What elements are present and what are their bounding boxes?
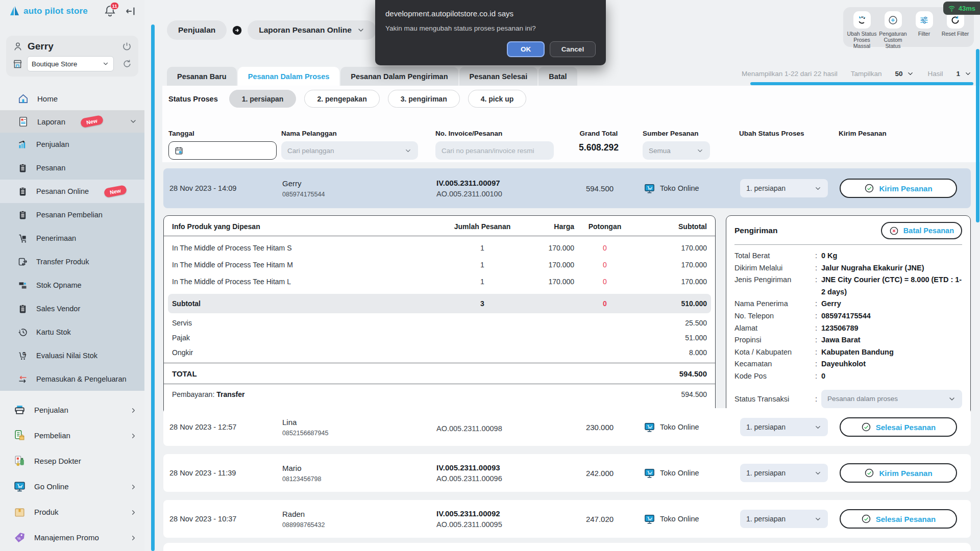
info-value: Jalur Nugraha Ekakurir (JNE) <box>821 262 962 274</box>
status-proses-select[interactable]: 1. persiapan <box>740 179 828 197</box>
info-value: Gerry <box>821 298 962 310</box>
sidebar-subitem[interactable]: Sales Vendor <box>0 297 144 320</box>
order-action-button[interactable]: Kirim Pesanan <box>840 463 957 483</box>
store-select[interactable]: Boutique Store <box>27 56 114 71</box>
breadcrumb-penjualan[interactable]: Penjualan <box>167 20 227 40</box>
toolbar-action-button[interactable]: Filter <box>909 11 940 37</box>
logo-text: auto pilot store <box>23 6 88 16</box>
sidebar-subitem[interactable]: Penerimaan <box>0 227 144 250</box>
status-proses-select[interactable]: 1. persiapan <box>740 418 828 436</box>
sidebar-subitem[interactable]: Pesanan <box>0 156 144 180</box>
status-proses-pill[interactable]: 4. pick up <box>468 90 527 108</box>
notifications-button[interactable]: 11 <box>104 5 117 18</box>
left-scrollbar[interactable] <box>151 24 155 551</box>
sidebar-subitem[interactable]: Pesanan Pembelian <box>0 203 144 227</box>
refresh-store-button[interactable] <box>122 59 132 69</box>
payment-row: Pembayaran: Transfer 594.500 <box>164 384 715 405</box>
toolbar-action-label: Reset Filter <box>942 31 969 37</box>
menu-item-icon <box>17 210 28 220</box>
sidebar-item[interactable]: Go Online <box>0 473 144 499</box>
order-action-button[interactable]: Selesai Pesanan <box>840 417 957 437</box>
sidebar-subitem[interactable]: Transfer Produk <box>0 250 144 273</box>
sidebar-item[interactable]: Pembelian <box>0 422 144 448</box>
order-tab[interactable]: Batal <box>538 67 577 86</box>
status-proses-pill[interactable]: 1. persiapan <box>229 90 297 108</box>
page-select[interactable]: 1 <box>956 70 972 78</box>
product-subtotal: 170.000 <box>635 261 707 269</box>
breadcrumb-laporan-pesanan-online[interactable]: Laporan Pesanan Online <box>248 20 376 40</box>
sidebar-subitem[interactable]: Kartu Stok <box>0 320 144 344</box>
order-tab[interactable]: Pesanan Selesai <box>459 67 538 86</box>
horizontal-scrollbar[interactable] <box>750 82 973 85</box>
shipping-info-row: Alamat : 123506789 <box>734 322 962 335</box>
col-price: Harga <box>516 222 574 231</box>
sidebar-item[interactable]: Produk <box>0 499 144 524</box>
invoice-search-input[interactable] <box>435 141 554 160</box>
order-detail: Info Produk yang Dipesan Jumlah Pesanan … <box>163 215 971 416</box>
menu-item-icon <box>17 304 28 314</box>
shipping-panel: Pengiriman Batal Pesanan Total Berat : 0… <box>726 215 971 416</box>
sidebar-item-home[interactable]: Home <box>0 87 144 110</box>
sidebar-item[interactable]: Penjualan <box>0 397 144 422</box>
sumber-pesanan-select[interactable]: Semua <box>643 141 710 160</box>
order-action-button[interactable]: Selesai Pesanan <box>840 509 957 529</box>
info-label: Alamat <box>734 322 815 335</box>
order-row[interactable]: 28 Nov 2023 - 11:39 Mario 08123456798 IV… <box>163 454 971 492</box>
cari-pelanggan-select[interactable]: Cari pelanggan <box>281 141 418 160</box>
tanggal-date-input[interactable] <box>168 141 277 160</box>
status-proses-pill[interactable]: 3. pengiriman <box>388 90 460 108</box>
kirim-pesanan-button[interactable]: Kirim Pesanan <box>840 179 957 198</box>
status-proses-pill[interactable]: 2. pengepakan <box>304 90 379 108</box>
cancel-button[interactable]: Cancel <box>550 41 596 57</box>
collapse-sidebar-button[interactable] <box>125 6 136 17</box>
chevron-down-icon <box>814 515 822 523</box>
tab-label: Pesanan Dalam Proses <box>248 72 330 81</box>
ok-button[interactable]: OK <box>507 41 545 57</box>
menu-item-icon <box>17 257 28 267</box>
calendar-icon <box>174 146 184 156</box>
page-size-select[interactable]: 50 <box>895 70 914 78</box>
online-store-icon <box>644 183 655 194</box>
ubah-status-label: Ubah Status Proses <box>739 130 839 137</box>
sidebar-subitem[interactable]: Pesanan Online New <box>0 180 144 203</box>
order-row[interactable]: 28 Nov 2023 - 12:57 Lina 0852156687945 A… <box>163 408 971 446</box>
pill-label: 1. persiapan <box>242 95 284 103</box>
sidebar-subitem[interactable]: Pemasukan & Pengeluaran <box>0 367 144 391</box>
info-label: Dikirim Melalui <box>734 262 815 274</box>
info-value: JNE City Courier (CTC) = 8.000 (ETD : 1-… <box>821 274 962 298</box>
status-proses-select[interactable]: 1. persiapan <box>740 510 828 528</box>
source-label: Toko Online <box>660 184 699 192</box>
shipping-info-row: Dikirim Melalui : Jalur Nugraha Ekakurir… <box>734 262 962 274</box>
sidebar-item-laporan[interactable]: Laporan New <box>0 110 144 133</box>
chevron-down-icon <box>404 147 412 155</box>
toolbar-action-button[interactable]: Pengaturan Custom Status <box>877 11 909 49</box>
order-row[interactable]: 28 Nov 2023 - 10:37 Raden 088998765432 I… <box>163 500 971 538</box>
sidebar-item[interactable]: Resep Dokter <box>0 448 144 473</box>
sidebar-subitem[interactable]: Evaluasi Nilai Stok <box>0 344 144 367</box>
sidebar-subitem[interactable]: Stok Opname <box>0 273 144 297</box>
toolbar-action-button[interactable]: Reset Filter <box>940 11 971 37</box>
chevron-down-icon <box>814 185 822 192</box>
fee-value: 8.000 <box>689 348 707 357</box>
status-proses-select[interactable]: 1. persiapan <box>740 464 828 482</box>
fee-value: 51.000 <box>685 334 707 342</box>
logout-button[interactable] <box>121 41 132 52</box>
toolbar-action-button[interactable]: Ubah Status Proses Massal <box>846 11 877 49</box>
batal-pesanan-button[interactable]: Batal Pesanan <box>881 222 962 239</box>
sumber-pesanan-label: Sumber Pesanan <box>643 130 739 137</box>
menu-item-icon <box>17 280 28 291</box>
order-tab[interactable]: Pesanan Dalam Proses <box>238 67 340 86</box>
right-scrollbar[interactable] <box>976 49 979 222</box>
sidebar-item[interactable]: Manajemen Promo <box>0 524 144 550</box>
order-date: 28 Nov 2023 - 11:39 <box>163 469 282 477</box>
sidebar-item-label: Sales Vendor <box>36 305 80 313</box>
order-source: Toko Online <box>644 421 740 433</box>
order-tab[interactable]: Pesanan Dalam Pengiriman <box>340 67 458 86</box>
toolbar-action-icon <box>950 15 961 26</box>
status-transaksi-label: Status Transaksi <box>734 395 815 403</box>
status-transaksi-select[interactable]: Pesanan dalam proses <box>821 390 962 408</box>
col-qty: Jumlah Pesanan <box>449 222 516 231</box>
sidebar-subitem[interactable]: Penjualan <box>0 133 144 156</box>
order-tab[interactable]: Pesanan Baru <box>167 67 237 86</box>
order-row-selected[interactable]: 28 Nov 2023 - 14:09 Gerry 085974175544 I… <box>163 168 971 208</box>
